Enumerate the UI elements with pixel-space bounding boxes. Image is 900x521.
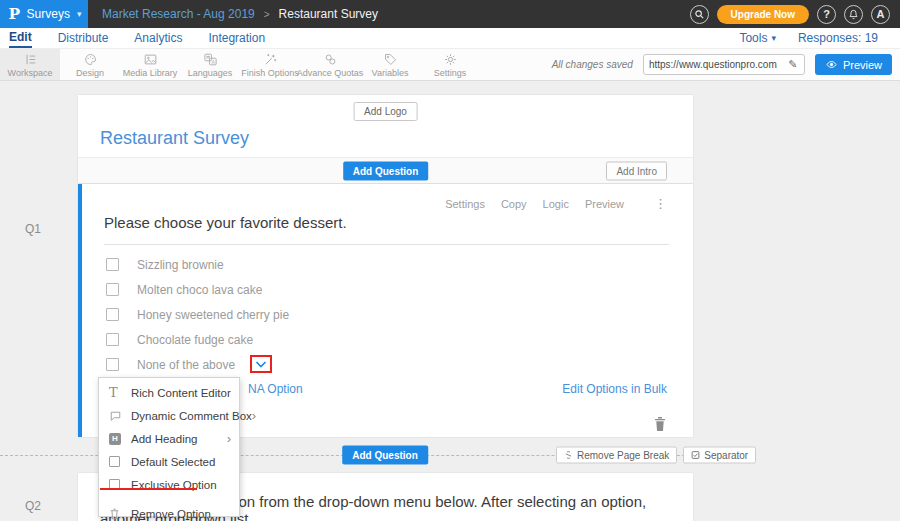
survey-url-input[interactable]: [644, 59, 782, 70]
workspace-icon: [22, 52, 39, 67]
question-text-q1[interactable]: Please choose your favorite dessert.: [104, 214, 669, 245]
breadcrumb-current: Restaurant Survey: [279, 7, 378, 21]
question-number-q2: Q2: [25, 499, 41, 513]
edit-url-pencil-icon[interactable]: ✎: [782, 58, 804, 71]
question-logic-link[interactable]: Logic: [543, 198, 569, 210]
option-menu-chevron-icon[interactable]: [255, 360, 267, 369]
bell-icon: [848, 9, 859, 20]
delete-question-button[interactable]: [653, 416, 667, 436]
preview-label: Preview: [843, 59, 882, 71]
finish-options-icon: [262, 52, 279, 67]
question-copy-link[interactable]: Copy: [501, 198, 527, 210]
option-checkbox[interactable]: [106, 283, 119, 296]
toolbar-item-advance-quotas[interactable]: Advance Quotas: [300, 49, 360, 80]
advance-quotas-icon: [322, 52, 339, 67]
account-avatar[interactable]: A: [871, 5, 890, 24]
remove-page-break-button[interactable]: Remove Page Break: [556, 447, 677, 464]
search-button[interactable]: [690, 5, 709, 24]
svg-text:A: A: [211, 58, 215, 64]
menu-item-add-heading[interactable]: H Add Heading ›: [99, 427, 239, 450]
menu-item-remove-option[interactable]: Remove Option: [99, 502, 239, 521]
option-label[interactable]: Sizzling brownie: [137, 258, 224, 272]
help-button[interactable]: ?: [817, 5, 836, 24]
toolbar-item-languages[interactable]: A Languages: [180, 49, 240, 80]
add-question-button-middle[interactable]: Add Question: [342, 446, 428, 465]
tab-analytics[interactable]: Analytics: [134, 29, 182, 47]
tab-distribute[interactable]: Distribute: [58, 29, 109, 47]
menu-item-dynamic-comment-box[interactable]: Dynamic Comment Box ›: [99, 404, 239, 427]
separator-checkbox-icon: [691, 451, 700, 460]
responses-count-link[interactable]: Responses: 19: [798, 31, 878, 45]
option-label[interactable]: None of the above: [137, 358, 235, 372]
breadcrumb-separator: >: [264, 9, 270, 20]
trash-icon: [653, 416, 667, 432]
tab-integration[interactable]: Integration: [208, 29, 265, 47]
question-settings-link[interactable]: Settings: [445, 198, 485, 210]
survey-url-group: ✎: [643, 54, 805, 75]
kebab-menu-icon[interactable]: ⋮: [654, 196, 667, 211]
design-icon: [82, 52, 99, 67]
preview-button[interactable]: Preview: [815, 54, 892, 75]
nav-tabs: Edit Distribute Analytics Integration: [9, 28, 265, 48]
submenu-chevron-icon: ›: [252, 409, 256, 422]
question-preview-link[interactable]: Preview: [585, 198, 624, 210]
page-break-icon: [564, 451, 573, 460]
option-label[interactable]: Chocolate fudge cake: [137, 333, 253, 347]
option-row-none-of-above: None of the above: [104, 352, 667, 377]
annotation-red-box: [250, 355, 272, 373]
menu-item-exclusive-option[interactable]: Exclusive Option: [99, 473, 239, 496]
toolbar-item-variables[interactable]: Variables: [360, 49, 420, 80]
add-question-button-top[interactable]: Add Question: [343, 161, 429, 180]
survey-title[interactable]: Restaurant Survey: [100, 128, 249, 149]
comment-icon: [109, 410, 122, 422]
toolbar-item-workspace[interactable]: Workspace: [0, 49, 60, 80]
question-mark-icon: ?: [823, 8, 830, 20]
add-logo-button[interactable]: Add Logo: [353, 102, 418, 121]
survey-header-card: Add Logo Restaurant Survey Add Question …: [78, 95, 693, 183]
chevron-down-icon: ▾: [771, 33, 776, 43]
breadcrumb-parent-link[interactable]: Market Research - Aug 2019: [102, 7, 255, 21]
option-row: Molten choco lava cake: [104, 277, 667, 302]
option-checkbox[interactable]: [106, 258, 119, 271]
option-checkbox[interactable]: [106, 308, 119, 321]
toolbar-item-settings[interactable]: Settings: [420, 49, 480, 80]
survey-canvas: Q1 Q2 Add Logo Restaurant Survey Add Que…: [0, 81, 900, 521]
questionpro-survey-editor: P Surveys ▾ Market Research - Aug 2019 >…: [0, 0, 900, 521]
menu-item-rich-content-editor[interactable]: T Rich Content Editor: [99, 381, 239, 404]
tools-dropdown[interactable]: Tools ▾: [739, 31, 776, 45]
option-checkbox[interactable]: [106, 333, 119, 346]
add-na-option-link[interactable]: NA Option: [248, 382, 303, 396]
questionpro-logo-icon: P: [8, 6, 20, 22]
annotation-red-underline: [100, 488, 197, 490]
add-intro-button[interactable]: Add Intro: [606, 161, 667, 180]
text-icon: T: [109, 385, 118, 400]
chevron-down-icon: ▾: [77, 9, 82, 19]
notifications-button[interactable]: [844, 5, 863, 24]
breadcrumb: Market Research - Aug 2019 > Restaurant …: [102, 7, 378, 21]
settings-icon: [442, 52, 459, 67]
tab-edit[interactable]: Edit: [9, 28, 32, 48]
option-row: Honey sweetened cherry pie: [104, 302, 667, 327]
save-status: All changes saved: [552, 59, 633, 70]
toolbar-item-design[interactable]: Design: [60, 49, 120, 80]
upgrade-now-button[interactable]: Upgrade Now: [717, 5, 809, 24]
checkbox-icon: [109, 456, 120, 467]
toolbar-right: All changes saved ✎ Preview: [552, 49, 892, 80]
topbar-actions: Upgrade Now ? A: [690, 5, 890, 24]
menu-item-default-selected[interactable]: Default Selected: [99, 450, 239, 473]
answer-options: Sizzling brownie Molten choco lava cake …: [104, 252, 667, 377]
separator-button[interactable]: Separator: [683, 447, 756, 464]
main-nav: Edit Distribute Analytics Integration To…: [0, 28, 900, 48]
option-label[interactable]: Molten choco lava cake: [137, 283, 262, 297]
trash-icon: [109, 508, 120, 520]
toolbar-item-finish-options[interactable]: Finish Options: [240, 49, 300, 80]
submenu-chevron-icon: ›: [227, 432, 231, 445]
tools-label: Tools: [739, 31, 767, 45]
toolbar-item-media-library[interactable]: Media Library: [120, 49, 180, 80]
surveys-menu-label: Surveys: [27, 7, 70, 21]
surveys-menu[interactable]: P Surveys ▾: [0, 0, 88, 28]
languages-icon: A: [202, 52, 219, 67]
option-label[interactable]: Honey sweetened cherry pie: [137, 308, 289, 322]
option-checkbox[interactable]: [106, 358, 119, 371]
edit-options-in-bulk-link[interactable]: Edit Options in Bulk: [562, 382, 667, 396]
